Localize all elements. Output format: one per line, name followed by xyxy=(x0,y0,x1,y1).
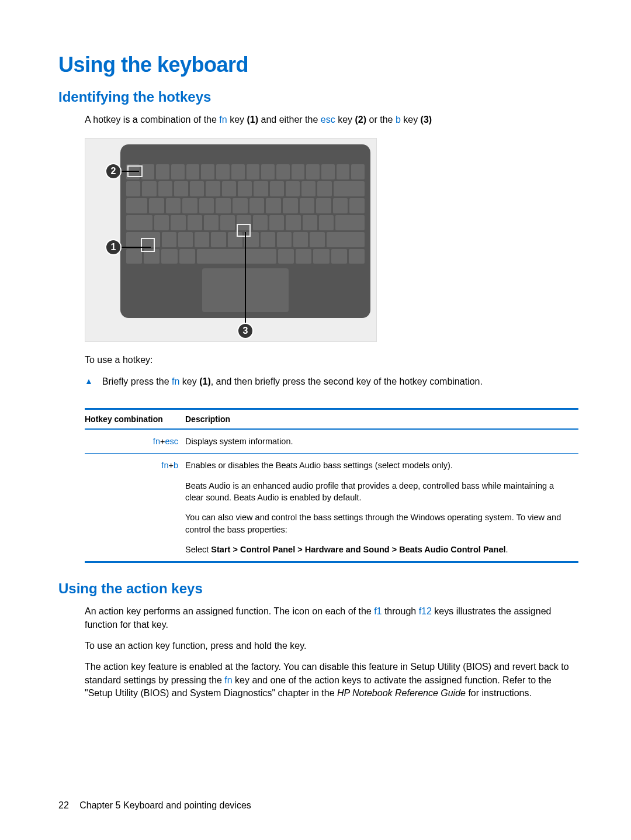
text: or the xyxy=(366,115,396,125)
callout-line xyxy=(122,171,139,172)
action-keys-p1: An action key performs an assigned funct… xyxy=(85,605,578,631)
heading-action-keys: Using the action keys xyxy=(58,580,578,597)
hotkey-desc-cell: Enables or disables the Beats Audio bass… xyxy=(185,454,578,562)
callout-3: 3 xyxy=(237,323,254,339)
hotkey-table: Hotkey combination Description fn+esc Di… xyxy=(85,408,578,563)
key-fn: fn xyxy=(224,675,232,685)
highlight-fn-key xyxy=(141,238,155,252)
text: Select Start > Control Panel > Hardware … xyxy=(185,544,571,555)
text: An action key performs an assigned funct… xyxy=(85,606,374,616)
text: Select xyxy=(185,545,211,554)
text: key xyxy=(179,376,199,386)
keyboard-figure: 2 1 3 xyxy=(85,138,377,342)
nav-path: Start > Control Panel > Hardware and Sou… xyxy=(211,545,505,554)
reference-guide: HP Notebook Reference Guide xyxy=(337,688,466,698)
text: Enables or disables the Beats Audio bass… xyxy=(185,459,571,471)
key-f1: f1 xyxy=(374,606,382,616)
col-header-combination: Hotkey combination xyxy=(85,409,185,430)
hotkey-combo-cell: fn+b xyxy=(85,454,185,562)
chapter-label: Chapter 5 Keyboard and pointing devices xyxy=(79,800,251,810)
text: , and then briefly press the second key … xyxy=(211,376,483,386)
hotkey-desc-cell: Displays system information. xyxy=(185,429,578,454)
text: through xyxy=(382,606,418,616)
text: Briefly press the xyxy=(102,376,172,386)
key-fn: fn xyxy=(172,376,179,386)
key-esc: esc xyxy=(321,115,335,125)
hotkey-combo-cell: fn+esc xyxy=(85,429,185,454)
step-text: Briefly press the fn key (1), and then b… xyxy=(102,375,483,388)
instruction-step: ▲ Briefly press the fn key (1), and then… xyxy=(85,375,578,396)
text: A hotkey is a combination of the xyxy=(85,115,219,125)
page-footer: 22 Chapter 5 Keyboard and pointing devic… xyxy=(58,800,251,811)
callout-2: 2 xyxy=(105,163,122,179)
ref-1: (1) xyxy=(199,376,211,386)
text: and either the xyxy=(258,115,321,125)
text: . xyxy=(506,545,508,554)
text: key xyxy=(335,115,355,125)
col-header-description: Description xyxy=(185,409,578,430)
callout-line xyxy=(245,232,246,323)
key-fn: fn xyxy=(161,461,168,470)
action-keys-p2: To use an action key function, press and… xyxy=(85,639,578,652)
ref-2: (2) xyxy=(355,115,367,125)
hotkey-intro-text: A hotkey is a combination of the fn key … xyxy=(85,113,578,126)
page-number: 22 xyxy=(58,800,69,810)
text: key xyxy=(401,115,421,125)
ref-3: (3) xyxy=(421,115,432,125)
ref-1: (1) xyxy=(247,115,259,125)
step-marker-icon: ▲ xyxy=(85,376,93,396)
key-b: b xyxy=(174,461,178,470)
document-page: Using the keyboard Identifying the hotke… xyxy=(0,0,631,840)
plus: + xyxy=(168,461,173,470)
table-header-row: Hotkey combination Description xyxy=(85,409,578,430)
key-fn: fn xyxy=(219,115,227,125)
heading-identifying-hotkeys: Identifying the hotkeys xyxy=(58,89,578,105)
highlight-b-key xyxy=(237,224,251,237)
action-keys-p3: The action key feature is enabled at the… xyxy=(85,661,578,700)
key-b: b xyxy=(396,115,401,125)
key-fn: fn xyxy=(153,437,160,446)
text: for instructions. xyxy=(466,688,532,698)
callout-1: 1 xyxy=(105,239,122,255)
text: Beats Audio is an enhanced audio profile… xyxy=(185,480,571,504)
heading-main: Using the keyboard xyxy=(58,53,578,77)
table-row: fn+esc Displays system information. xyxy=(85,429,578,454)
text: You can also view and control the bass s… xyxy=(185,511,571,535)
table-row: fn+b Enables or disables the Beats Audio… xyxy=(85,454,578,562)
key-esc: esc xyxy=(165,437,178,446)
key-f12: f12 xyxy=(419,606,432,616)
use-hotkey-label: To use a hotkey: xyxy=(85,354,578,367)
text: key xyxy=(227,115,247,125)
callout-line xyxy=(122,247,151,248)
